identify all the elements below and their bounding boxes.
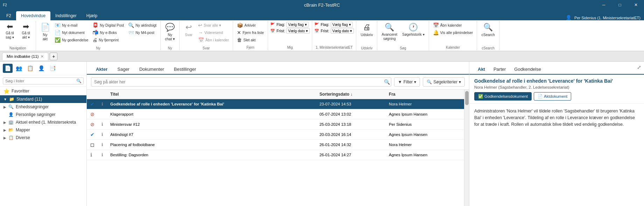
ny-chat-button[interactable]: 💬 Nychat ▾ [163, 22, 177, 45]
gå-til-akt-button[interactable]: ➡ Gå tilakt ▾ [18, 22, 34, 45]
nyt-dokument-button[interactable]: 📄 Nyt dokument [53, 29, 90, 36]
sidebar-icon-groups[interactable]: 👥 [14, 64, 24, 73]
titlebar: F2 cBrain F2-TestRC ─ □ ✕ [0, 0, 644, 10]
minimize-button[interactable]: ─ [596, 0, 612, 10]
sidebar-item-favoritter[interactable]: ⭐ Favoritter [0, 87, 86, 95]
ny-e-boks-button[interactable]: 📬 Ny e-Boks [91, 29, 126, 36]
svar-label: Svar [203, 46, 210, 50]
fjern-fra-liste-button[interactable]: ✕ Fjern fra liste [235, 29, 266, 36]
arkiver-button[interactable]: 📦 Arkivér [235, 22, 266, 29]
table-row[interactable]: ✔ℹAktindsigt #720-03-2024 16:14Agnes Ips… [87, 130, 464, 140]
videresend-button[interactable]: → Videresend [196, 29, 231, 36]
table-row[interactable]: ⊘Klagerapport05-07-2024 13:02Agnes Ipsum… [87, 109, 464, 119]
abn-i-kalender-button[interactable]: 📅 Åbn i kalender [196, 36, 231, 43]
doc-tab-akt[interactable]: 📄 Aktdokument [534, 92, 571, 101]
sidebar-icon-person[interactable]: 👤 [36, 64, 46, 73]
table-row[interactable]: ⊘ℹMinistersvar #1225-03-2024 13:18Per Si… [87, 119, 464, 130]
sidebar-search-icon: 🔍 [76, 78, 82, 83]
tab-f2[interactable]: F2 [1, 11, 16, 20]
kalender-label: Kalender [446, 45, 460, 49]
csearch-label: cSearch [482, 46, 495, 50]
table-scrollbar[interactable] [464, 90, 469, 206]
table-row[interactable]: ℹℹBestilling: Dagsorden26-01-2024 14:27A… [87, 150, 464, 160]
tab-hjaelp[interactable]: Hjælp [82, 11, 102, 20]
user-info[interactable]: 👤 Per Sidenius (1. MinistersekretariatET… [566, 15, 640, 20]
tabbar: Min indbakke (11) ✕ + [0, 51, 644, 62]
close-tab-icon[interactable]: ✕ [41, 54, 44, 59]
ny-fjernprint-button[interactable]: 🖨 Ny fjernprint [91, 36, 126, 43]
akt-search-wrap: 🔍 [91, 77, 391, 87]
abn-kalender-button[interactable]: 📅 Åbn kalender [431, 22, 475, 29]
svar-button[interactable]: ↩ Svar [182, 22, 196, 45]
aktdokument-icon: 📄 [538, 94, 542, 99]
csearch-button[interactable]: 🔍 cSearch [479, 22, 497, 45]
tab-bestillinger[interactable]: Bestillinger [169, 64, 201, 75]
tab-hoofdvindue[interactable]: Hovedvindue [16, 11, 50, 20]
sog-label: Søg [400, 46, 406, 50]
ny-digital-post-button[interactable]: 📮 Ny Digital Post [91, 22, 126, 29]
star-icon: ⭐ [4, 88, 9, 94]
sidebar-icon-document[interactable]: 📄 [3, 64, 13, 73]
m4-post-icon: 📨 [128, 30, 134, 35]
sidebar-item-mapper[interactable]: ▶ 📂 Mapper [0, 126, 86, 134]
close-button[interactable]: ✕ [628, 0, 644, 10]
sidebar-icon-list[interactable]: 📋 [25, 64, 35, 73]
scrollbar-thumb[interactable] [465, 91, 469, 105]
sidebar-item-diverse[interactable]: ▶ 📋 Diverse [0, 134, 86, 142]
ny-godkendelse-button[interactable]: ✅ Ny godkendelse [53, 36, 90, 43]
right-tab-godkendelse[interactable]: Godkendelse [510, 64, 545, 75]
tab-dokumenter[interactable]: Dokumenter [134, 64, 169, 75]
sidebar-item-enhedssoegninger[interactable]: ▶ 🔍 Enhedssøgninger [0, 103, 86, 111]
svar-col: ↩ Svar alle ▾ → Videresend 📅 Åbn i kalen… [196, 22, 231, 43]
sidebar-icon-bar: 📄 👥 📋 👤 📑 [0, 62, 86, 75]
vis-alle-pamindelser-button[interactable]: 🔔 Vis alle påmindelser [431, 29, 475, 36]
kalender-abn-icon: 📅 [198, 37, 204, 43]
diverse-icon: 📋 [8, 135, 14, 140]
sidebar-item-standard[interactable]: ▼ 📁 Standard (11) [0, 95, 86, 103]
tab-indstillinger[interactable]: Indstillinger [50, 11, 82, 20]
th-sorteringsdato[interactable]: Sorteringsdato ↓ [316, 90, 385, 99]
sidebar-search-input[interactable] [3, 77, 84, 84]
frist-select-mig2[interactable]: Vælg dato ▾ [331, 28, 354, 34]
flag-select-mig2[interactable]: Vælg flag ▾ [331, 22, 353, 27]
ribbon-group-sog: 🔍 Avanceretsøgning 🕐 Søgehistorik ▾ Søg [377, 21, 429, 50]
expand-arrow-mapper: ▶ [4, 128, 6, 132]
right-panel-tabs: Akt Parter Godkendelse ⤢ [469, 62, 644, 75]
gå-til-sag-button[interactable]: ⬅ Gå tilsag ▾ [2, 22, 18, 45]
from-cell: Nora Helmer [385, 140, 464, 150]
ny-label: Ny [96, 46, 100, 50]
doc-tab-godkendelse[interactable]: ✅ Godkendelsesdokument [474, 92, 532, 101]
udskriv-button[interactable]: 🖨 Udskriv [358, 22, 375, 45]
criteria-button[interactable]: 🔍 Søgekriterier ▾ [423, 77, 465, 87]
frist-select-mig[interactable]: Vælg dato ▾ [286, 28, 310, 34]
avanceret-sogning-button[interactable]: 🔍 Avanceretsøgning [379, 22, 399, 45]
ny-aktindsigt-button[interactable]: 🔍 Ny aktindsigt [126, 22, 158, 29]
date-cell: 26-01-2024 14:27 [316, 150, 385, 160]
ny-m4-post-button[interactable]: 📨 Ny M4-post [126, 29, 158, 36]
status-check-icon: ✔ [90, 101, 94, 107]
ny-akt-button[interactable]: 📄 Nyakt [38, 22, 52, 45]
ny-email-button[interactable]: 📧 Ny e-mail [53, 22, 90, 29]
right-panel: Akt Parter Godkendelse ⤢ Godkendelse af … [469, 62, 644, 206]
tab-sager[interactable]: Sager [112, 64, 134, 75]
sidebar-item-personlige[interactable]: 👤 Personlige søgninger [0, 111, 86, 118]
right-tab-akt[interactable]: Akt [474, 64, 489, 75]
akt-search-input[interactable] [91, 77, 391, 87]
tab-akter[interactable]: Akter [91, 64, 112, 75]
right-tab-parter[interactable]: Parter [489, 64, 510, 75]
sogehistorik-button[interactable]: 🕐 Søgehistorik ▾ [400, 22, 426, 45]
expand-right-icon[interactable]: ⤢ [637, 64, 641, 70]
table-row[interactable]: ◻ℹPlacering af fodboldbane26-01-2024 14:… [87, 140, 464, 150]
indbakke-tab[interactable]: Min indbakke (11) ✕ [2, 53, 48, 60]
ny-small-col2: 📮 Ny Digital Post 📬 Ny e-Boks 🖨 Ny fjern… [91, 22, 126, 43]
add-tab-button[interactable]: + [50, 53, 57, 60]
maximize-button[interactable]: □ [612, 0, 628, 10]
sidebar-item-aktuel-enhed[interactable]: ▶ 🏢 Aktuel enhed (1. Ministersekreta [0, 118, 86, 126]
table-row[interactable]: ✔ℹGodkendelse af rolle i enheden 'Levera… [87, 99, 464, 109]
flag-select-mig[interactable]: Vælg flag ▾ [286, 22, 308, 27]
sidebar-icon-pages[interactable]: 📑 [48, 64, 57, 73]
filter-button[interactable]: ▼ Filter ▾ [394, 77, 420, 87]
akt-search-button[interactable]: 🔍 [384, 79, 390, 85]
slet-akt-button[interactable]: 🗑 Slet akt [235, 36, 266, 43]
svar-alle-button[interactable]: ↩ Svar alle ▾ [196, 22, 231, 29]
